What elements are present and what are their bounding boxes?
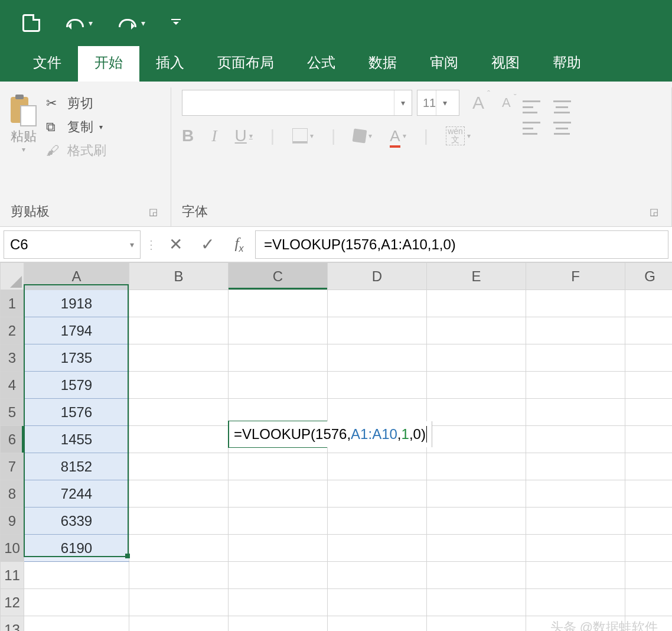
phonetic-button[interactable]: wén 文▾: [446, 126, 471, 145]
copy-label: 复制: [67, 118, 93, 136]
col-header-A[interactable]: A: [24, 263, 129, 290]
group-clipboard: 粘贴 ▾ ✂ 剪切 ⧉ 复制 ▾ 🖌 格式刷 剪贴板: [0, 87, 171, 226]
row-header[interactable]: 11: [1, 562, 24, 589]
underline-button[interactable]: U▾: [235, 126, 253, 145]
font-color-button[interactable]: A▾: [390, 127, 406, 145]
formula-input[interactable]: =VLOOKUP(1576,A1:A10,1,0): [255, 230, 668, 259]
cut-button[interactable]: ✂ 剪切: [46, 95, 106, 112]
watermark: 头条 @数据蛙软件: [550, 619, 658, 631]
font-color-icon: A: [390, 127, 400, 145]
col-header-G[interactable]: G: [625, 263, 673, 290]
col-header-D[interactable]: D: [328, 263, 427, 290]
grid-body[interactable]: 11918 21794 31735 41579 51576 61455 7815…: [1, 290, 673, 632]
cell[interactable]: 1735: [24, 344, 129, 372]
cell[interactable]: 6190: [24, 535, 129, 562]
tab-file[interactable]: 文件: [17, 46, 78, 82]
tab-home[interactable]: 开始: [78, 46, 139, 82]
brush-icon: 🖌: [46, 143, 61, 158]
copy-button[interactable]: ⧉ 复制 ▾: [46, 118, 106, 136]
paste-button[interactable]: 粘贴 ▾: [11, 90, 40, 198]
cut-label: 剪切: [67, 95, 93, 112]
row-header[interactable]: 13: [1, 616, 24, 632]
col-header-B[interactable]: B: [129, 263, 229, 290]
chevron-down-icon[interactable]: ▾: [436, 90, 454, 115]
tab-formulas[interactable]: 公式: [291, 46, 352, 82]
row-header[interactable]: 3: [1, 344, 24, 372]
cell-editor[interactable]: =VLOOKUP(1576,A1:A10,1,0): [229, 421, 432, 447]
spreadsheet[interactable]: A B C D E F G 11918 21794 31735 41579 51…: [0, 262, 672, 631]
row-header[interactable]: 7: [1, 453, 24, 480]
row-header[interactable]: 10: [1, 535, 24, 562]
paste-label: 粘贴: [11, 129, 37, 144]
row-header[interactable]: 1: [1, 290, 24, 317]
cell[interactable]: 6339: [24, 508, 129, 535]
cell[interactable]: 1579: [24, 372, 129, 399]
edit-text: ,0): [409, 426, 426, 443]
row-header[interactable]: 5: [1, 399, 24, 426]
edit-arg: 1: [402, 426, 409, 443]
row-header[interactable]: 9: [1, 508, 24, 535]
col-header-C[interactable]: C: [229, 263, 328, 290]
tab-help[interactable]: 帮助: [536, 46, 598, 82]
formula-bar: C6 ▾ ⋮ ✕ ✓ fx =VLOOKUP(1576,A1:A10,1,0): [0, 227, 672, 262]
customize-qat-button[interactable]: [171, 19, 181, 28]
cell[interactable]: 1455: [24, 426, 129, 453]
tab-page-layout[interactable]: 页面布局: [201, 46, 291, 82]
cell[interactable]: 7244: [24, 480, 129, 508]
tab-view[interactable]: 视图: [475, 46, 536, 82]
italic-button[interactable]: I: [211, 126, 217, 145]
font-size-combo[interactable]: 11 ▾: [417, 90, 459, 116]
paste-dropdown-icon[interactable]: ▾: [22, 145, 25, 154]
align-left-button[interactable]: [523, 122, 540, 135]
font-name-combo[interactable]: ▾: [182, 90, 412, 116]
col-header-E[interactable]: E: [427, 263, 526, 290]
bold-button[interactable]: B: [182, 126, 194, 145]
select-all-corner[interactable]: [1, 263, 24, 290]
row-header[interactable]: 4: [1, 372, 24, 399]
cell[interactable]: 8152: [24, 453, 129, 480]
increase-font-button[interactable]: A: [472, 93, 484, 113]
font-size-value: 11: [423, 96, 436, 110]
formula-bar-grip[interactable]: ⋮: [143, 238, 159, 252]
ribbon-tabs: 文件 开始 插入 页面布局 公式 数据 审阅 视图 帮助: [0, 46, 672, 82]
name-box[interactable]: C6 ▾: [4, 230, 141, 259]
tab-insert[interactable]: 插入: [139, 46, 201, 82]
edit-ref: A1:A10: [351, 426, 397, 443]
quick-access-toolbar: ▾ ▾: [0, 0, 672, 46]
save-button[interactable]: [22, 14, 40, 32]
group-font-label: 字体: [182, 203, 208, 220]
format-painter-button[interactable]: 🖌 格式刷: [46, 142, 106, 160]
clipboard-launcher-icon[interactable]: ◲: [149, 206, 160, 217]
bucket-icon: [353, 129, 367, 144]
tab-review[interactable]: 审阅: [413, 46, 475, 82]
redo-button[interactable]: ▾: [119, 18, 145, 28]
border-button[interactable]: ▾: [292, 128, 314, 144]
accept-formula-button[interactable]: ✓: [191, 235, 223, 254]
cancel-formula-button[interactable]: ✕: [159, 235, 191, 254]
cell[interactable]: 1576: [24, 399, 129, 426]
group-font: ▾ 11 ▾ A A B I U▾ | ▾ | ▾: [171, 87, 672, 226]
cell[interactable]: 1794: [24, 317, 129, 344]
insert-function-button[interactable]: fx: [223, 235, 255, 254]
align-middle-button[interactable]: [553, 100, 571, 113]
align-center-button[interactable]: [553, 122, 571, 135]
chevron-down-icon[interactable]: ▾: [394, 90, 412, 115]
row-header[interactable]: 2: [1, 317, 24, 344]
border-icon: [292, 128, 308, 144]
ribbon: 粘贴 ▾ ✂ 剪切 ⧉ 复制 ▾ 🖌 格式刷 剪贴板: [0, 82, 672, 227]
align-top-button[interactable]: [523, 100, 540, 113]
chevron-down-icon[interactable]: ▾: [130, 240, 134, 249]
row-header[interactable]: 6: [1, 426, 24, 453]
cell[interactable]: 1918: [24, 290, 129, 317]
undo-button[interactable]: ▾: [66, 18, 93, 28]
format-painter-label: 格式刷: [67, 142, 106, 160]
font-launcher-icon[interactable]: ◲: [650, 206, 661, 217]
row-header[interactable]: 8: [1, 480, 24, 508]
col-header-F[interactable]: F: [526, 263, 625, 290]
tab-data[interactable]: 数据: [352, 46, 413, 82]
row-header[interactable]: 12: [1, 589, 24, 616]
fill-color-button[interactable]: ▾: [353, 129, 372, 142]
decrease-font-button[interactable]: A: [502, 95, 511, 110]
phonetic-icon: wén 文: [446, 126, 465, 145]
copy-dropdown-icon[interactable]: ▾: [99, 123, 103, 131]
